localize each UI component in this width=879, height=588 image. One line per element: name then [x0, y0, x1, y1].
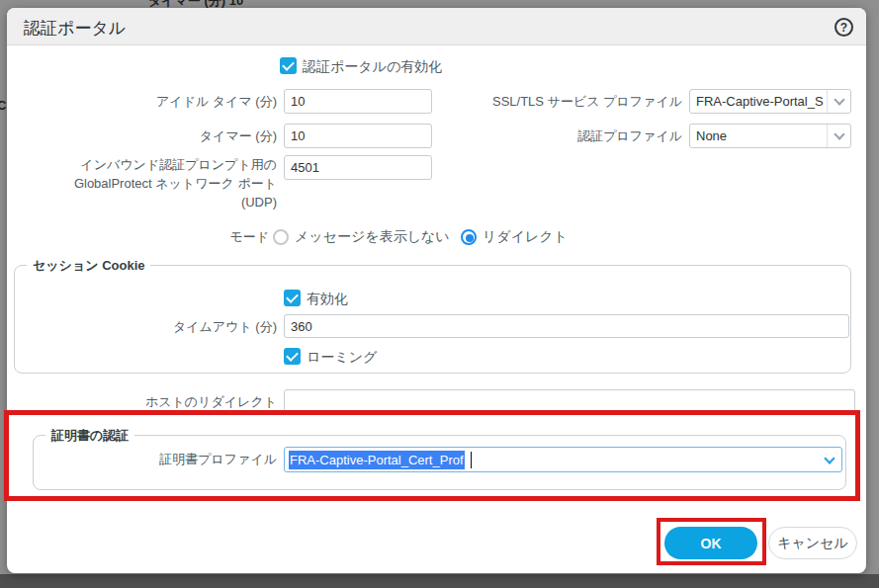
certificate-profile-combobox[interactable]: FRA-Captive-Portal_Cert_Prof: [284, 447, 842, 472]
certificate-profile-label: 証明書プロファイル: [7, 447, 277, 471]
auth-profile-chevron-button[interactable]: [827, 125, 850, 147]
chevron-down-icon: [824, 453, 835, 463]
background-bottom-band: [0, 574, 879, 588]
captive-portal-dialog: 認証ポータル ? 認証ポータルの有効化 アイドル タイマ (分) SSL/TLS…: [7, 8, 866, 573]
redirect-host-label: ホストのリダイレクト: [7, 389, 277, 414]
gp-port-label-line1: インバウンド認証プロンプト用の: [7, 155, 277, 174]
enable-portal-label: 認証ポータルの有効化: [303, 58, 442, 75]
ssl-tls-chevron-button[interactable]: [827, 90, 850, 113]
ssl-tls-profile-label: SSL/TLS サービス プロファイル: [442, 89, 682, 114]
cookie-enable-checkbox[interactable]: [284, 290, 301, 306]
mode-no-message-label: メッセージを表示しない: [295, 228, 450, 245]
background-top-fragment: タイマー (分) 10: [148, 0, 366, 8]
cookie-enable-label: 有効化: [307, 291, 348, 307]
ssl-tls-profile-value: FRA-Captive-Portal_S: [696, 90, 827, 113]
chevron-down-icon: [834, 128, 844, 139]
auth-profile-select[interactable]: None: [689, 124, 851, 148]
gp-port-label-line3: (UDP): [7, 193, 277, 211]
idle-timer-label: アイドル タイマ (分): [7, 89, 277, 114]
timer-input[interactable]: [284, 124, 432, 148]
background-left-fragment: C: [0, 98, 7, 112]
timer-label: タイマー (分): [7, 124, 277, 148]
cookie-timeout-input[interactable]: [284, 314, 849, 338]
redirect-host-input[interactable]: [284, 389, 855, 413]
certificate-profile-value: FRA-Captive-Portal_Cert_Prof: [289, 451, 465, 469]
certificate-auth-legend: 証明書の認証: [45, 427, 134, 445]
text-caret: [471, 452, 472, 468]
session-cookie-legend: セッション Cookie: [27, 257, 150, 275]
ok-button[interactable]: OK: [664, 527, 757, 559]
auth-profile-label: 認証プロファイル: [442, 124, 682, 148]
mode-redirect-radio[interactable]: [461, 229, 477, 245]
cancel-button[interactable]: キャンセル: [768, 527, 857, 559]
cookie-timeout-label: タイムアウト (分): [7, 314, 277, 339]
idle-timer-input[interactable]: [284, 89, 432, 114]
mode-label: モード: [7, 224, 269, 249]
ssl-tls-profile-select[interactable]: FRA-Captive-Portal_S: [689, 89, 851, 114]
cookie-roaming-label: ローミング: [307, 349, 377, 366]
help-icon[interactable]: ?: [835, 18, 853, 37]
cookie-roaming-checkbox[interactable]: [284, 348, 301, 365]
auth-profile-value: None: [696, 125, 827, 147]
certificate-profile-chevron-button[interactable]: [818, 448, 841, 471]
gp-port-label-line2: GlobalProtect ネットワーク ポート: [7, 174, 277, 193]
dialog-title: 認証ポータル: [24, 17, 126, 40]
gp-port-input[interactable]: [284, 155, 432, 180]
mode-no-message-radio[interactable]: [273, 229, 289, 245]
gp-port-label: インバウンド認証プロンプト用の GlobalProtect ネットワーク ポート…: [7, 155, 277, 211]
chevron-down-icon: [834, 94, 844, 105]
mode-redirect-label: リダイレクト: [483, 228, 568, 245]
enable-portal-checkbox[interactable]: [280, 57, 297, 74]
dialog-titlebar: 認証ポータル ?: [7, 8, 866, 45]
